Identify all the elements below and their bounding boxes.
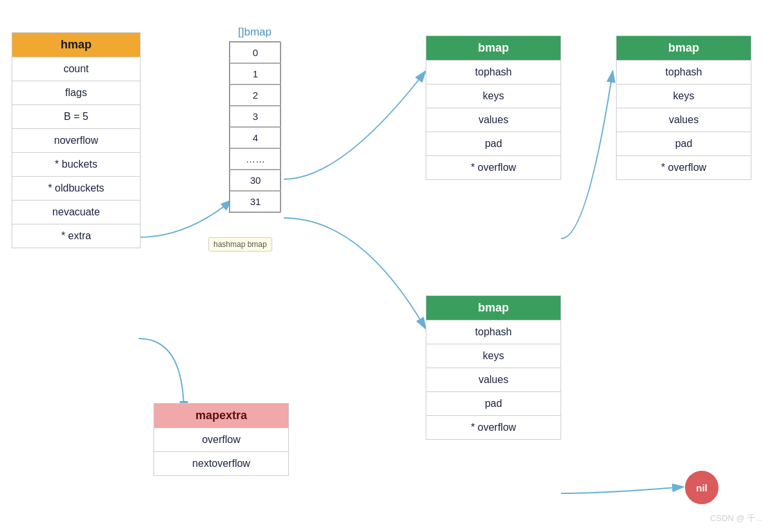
array-row-2: 2 xyxy=(230,84,281,106)
bmap2-pad: pad xyxy=(617,132,751,155)
diagram-container: hmap count flags B = 5 noverflow * bucke… xyxy=(0,0,774,532)
bmap2-keys: keys xyxy=(617,84,751,108)
bmap2-box: bmap tophash keys values pad * overflow xyxy=(616,35,751,180)
hmap-field-nevacuate: nevacuate xyxy=(12,200,140,224)
bmap1-header: bmap xyxy=(426,36,561,60)
bmap2-tophash: tophash xyxy=(617,60,751,84)
mapextra-box: mapextra overflow nextoverflow xyxy=(154,403,289,476)
bmap1-pad: pad xyxy=(426,132,561,155)
hmap-field-extra: * extra xyxy=(12,224,140,248)
hmap-field-buckets: * buckets xyxy=(12,152,140,176)
bmap-array-box: 0 1 2 3 4 …… 30 31 xyxy=(229,41,281,213)
array-row-3: 3 xyxy=(230,106,281,127)
bmap3-header: bmap xyxy=(426,296,561,320)
bmap1-values: values xyxy=(426,108,561,132)
hmap-field-b: B = 5 xyxy=(12,104,140,128)
nil-label: nil xyxy=(696,482,708,493)
bmap-array-container: []bmap 0 1 2 3 4 …… 30 31 xyxy=(229,26,281,213)
hmap-box: hmap count flags B = 5 noverflow * bucke… xyxy=(12,32,141,248)
mapextra-header: mapextra xyxy=(154,404,288,428)
bmap2-values: values xyxy=(617,108,751,132)
bmap2-header: bmap xyxy=(617,36,751,60)
bmap1-box: bmap tophash keys values pad * overflow xyxy=(426,35,561,180)
array-row-dots: …… xyxy=(230,148,281,170)
array-row-0: 0 xyxy=(230,42,281,63)
array-row-31: 31 xyxy=(230,191,281,212)
bmap1-keys: keys xyxy=(426,84,561,108)
hmap-field-count: count xyxy=(12,57,140,81)
array-row-30: 30 xyxy=(230,170,281,191)
bmap3-overflow: * overflow xyxy=(426,415,561,439)
bmap3-pad: pad xyxy=(426,391,561,415)
hmap-header: hmap xyxy=(12,33,140,57)
tooltip-box: hashmap bmap xyxy=(208,237,272,251)
hmap-field-flags: flags xyxy=(12,81,140,104)
hmap-field-noverflow: noverflow xyxy=(12,128,140,152)
bmap1-overflow: * overflow xyxy=(426,155,561,179)
array-row-1: 1 xyxy=(230,63,281,84)
bmap3-values: values xyxy=(426,368,561,391)
array-row-4: 4 xyxy=(230,127,281,148)
mapextra-nextoverflow: nextoverflow xyxy=(154,451,288,475)
bmap3-tophash: tophash xyxy=(426,320,561,344)
bmap3-keys: keys xyxy=(426,344,561,368)
bmap3-box: bmap tophash keys values pad * overflow xyxy=(426,295,561,440)
bmap1-tophash: tophash xyxy=(426,60,561,84)
nil-circle: nil xyxy=(685,471,719,504)
watermark: CSDN @ 千... xyxy=(710,513,762,524)
bmap-array-title: []bmap xyxy=(229,26,281,39)
bmap2-overflow: * overflow xyxy=(617,155,751,179)
hmap-field-oldbuckets: * oldbuckets xyxy=(12,176,140,200)
mapextra-overflow: overflow xyxy=(154,428,288,451)
